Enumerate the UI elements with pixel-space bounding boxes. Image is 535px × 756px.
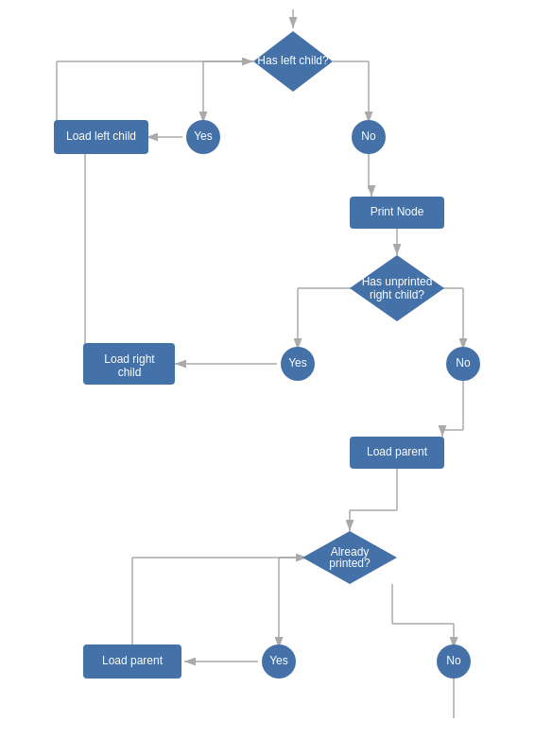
load-right-child-label1: Load right [104,352,155,366]
no3-label: No [446,654,461,667]
has-unprinted-label2: right child? [370,288,424,301]
has-unprinted-label1: Has unprinted [362,275,433,288]
has-left-child-label: Has left child? [257,54,329,67]
no2-label: No [456,356,471,369]
yes3-label: Yes [269,654,288,667]
already-printed-label2: printed? [329,557,371,570]
load-parent2-label: Load parent [102,654,164,667]
yes2-label: Yes [288,356,307,369]
load-left-child-label: Load left child [66,129,136,143]
load-parent-label: Load parent [367,445,428,458]
no1-label: No [361,129,376,143]
load-right-child-label2: child [118,366,142,379]
print-node-label: Print Node [371,205,424,218]
yes1-label: Yes [194,129,213,143]
flowchart-svg: Has left child? No Yes Load left child P… [0,0,535,756]
